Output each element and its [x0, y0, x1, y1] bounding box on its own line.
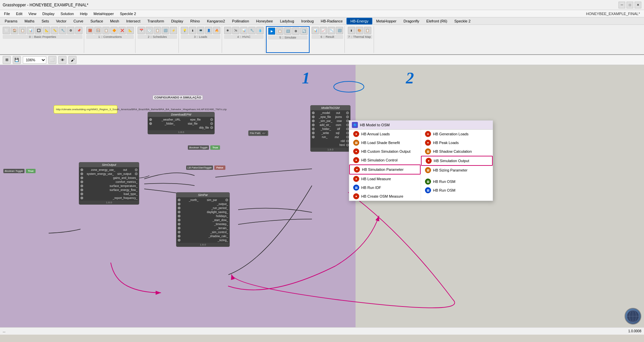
tb-icon-0-5[interactable]: 📐 [43, 27, 50, 34]
tb-icon-3-3[interactable]: 👤 [205, 27, 212, 34]
dropdown-item-create-osm-measure[interactable]: ● HB Create OSM Measure [349, 192, 421, 201]
tab-ladybug[interactable]: Ladybug [277, 18, 298, 24]
port-run-period[interactable] [178, 207, 180, 209]
tb-icon-6-0[interactable]: 📊 [312, 27, 319, 34]
dropdown-item-sim-output[interactable]: ● HB Simulation Output [421, 156, 493, 166]
tb-icon-2-1[interactable]: 🕐 [146, 27, 153, 34]
port-zone[interactable] [80, 168, 83, 171]
tb-icon-7-1[interactable]: 🎨 [356, 27, 363, 34]
tb-icon-0-0[interactable]: ⬜ [3, 27, 10, 34]
port-terrain[interactable] [178, 227, 180, 229]
port-folder2[interactable] [312, 128, 315, 130]
dropdown-item-peak-loads[interactable]: ● HB Peak Loads [421, 138, 493, 147]
tb-icon-0-8[interactable]: ⚙ [67, 27, 74, 34]
tb-icon-0-2[interactable]: 📋 [19, 27, 26, 34]
tab-mesh[interactable]: Mesh [107, 18, 122, 24]
tb-icon-0-9[interactable]: 📌 [75, 27, 83, 34]
tb-icon-6-2[interactable]: 📉 [328, 27, 335, 34]
st-grid-button[interactable]: ⊞ [3, 56, 11, 64]
port-out-sim[interactable] [135, 168, 138, 171]
tb-icon-4-4[interactable]: 💧 [256, 27, 264, 34]
dropdown-item-run-idf[interactable]: ▦ HB Run IDF [349, 183, 421, 192]
port-weather-url[interactable] [149, 118, 152, 121]
port-surf-temp[interactable] [80, 185, 83, 187]
port-start-dow[interactable] [178, 219, 180, 221]
port-write[interactable] [312, 132, 315, 134]
tb-icon-5-1[interactable]: 📋 [276, 27, 283, 35]
dropdown-item-shadow-calc[interactable]: ▦ HB Shadow Calculation [421, 147, 493, 156]
dropdown-item-custom-sim[interactable]: ● HB Custom Simulation Output [349, 147, 421, 156]
tb-icon-1-1[interactable]: 🪟 [94, 27, 102, 34]
st-frame-button[interactable]: ⬜ [48, 56, 56, 64]
port-simpar[interactable] [312, 120, 315, 122]
dropdown-item-run-osm-2[interactable]: ▦ HB Run OSM [421, 186, 493, 195]
tb-icon-3-0[interactable]: 💡 [181, 27, 188, 34]
dropdown-header[interactable]: 🔷 HB Model to OSM [349, 121, 493, 130]
tab-honeybee[interactable]: Honeybee [253, 18, 276, 24]
menu-display[interactable]: Display [40, 11, 57, 16]
dropdown-item-gen-loads[interactable]: ● HB Generation Loads [421, 130, 493, 138]
tb-icon-2-2[interactable]: 📋 [154, 27, 161, 34]
tb-icon-1-4[interactable]: ❌ [118, 27, 126, 34]
tb-icon-0-4[interactable]: 🔲 [35, 27, 42, 34]
tab-kangaroo2[interactable]: Kangaroo2 [204, 18, 228, 24]
tab-hb-energy[interactable]: HB-Energy [346, 18, 373, 24]
tab-params[interactable]: Params [1, 18, 21, 24]
port-ddy-file[interactable] [210, 126, 213, 129]
menu-edit[interactable]: Edit [13, 11, 25, 16]
node-download-epw[interactable]: DownloadEPW _weather_URL epw_file _folde… [148, 112, 215, 134]
tb-icon-2-0[interactable]: 📅 [138, 27, 145, 34]
tb-icon-7-0[interactable]: 🌡 [348, 27, 355, 34]
st-paint-button[interactable]: 🖌 [68, 56, 76, 64]
port-run[interactable] [312, 136, 315, 138]
node-sim-output[interactable]: SimOutput zone_energy_use_ out system_en… [79, 162, 139, 205]
port-sql[interactable] [346, 132, 349, 134]
tb-icon-3-4[interactable]: 🔥 [213, 27, 220, 34]
tb-icon-2-3[interactable]: 🔢 [162, 27, 169, 34]
dropdown-item-load-shade[interactable]: ▦ HB Load Shade Benefit [349, 138, 421, 147]
tb-icon-0-1[interactable]: 🏠 [11, 27, 18, 34]
port-html[interactable] [346, 144, 349, 146]
port-model[interactable] [312, 112, 315, 114]
tb-icon-0-7[interactable]: 🔧 [59, 27, 66, 34]
file-path-node[interactable]: File Path c:/ [248, 130, 268, 136]
tab-elefront[interactable]: Elefront (R6) [423, 18, 450, 24]
port-shadow-calc[interactable] [178, 235, 180, 237]
node-model-to-osm[interactable]: ModelToOSM _model out _epw_file jsons _s… [310, 105, 351, 152]
dropdown-item-sizing-param[interactable]: ▦ HB Sizing Parameter [421, 166, 493, 175]
minimize-button[interactable]: ─ [619, 2, 625, 8]
tb-icon-6-3[interactable]: 🔢 [336, 27, 343, 34]
port-report-freq[interactable] [80, 197, 83, 199]
tab-vector[interactable]: Vector [53, 18, 70, 24]
dropdown-item-load-measure[interactable]: ● HB Load Measure [349, 175, 421, 183]
window-controls[interactable]: ─ □ ✕ [619, 2, 641, 8]
tb-icon-1-3[interactable]: 🔶 [110, 27, 118, 34]
port-stat-file[interactable] [210, 122, 213, 125]
tab-surface[interactable]: Surface [87, 18, 106, 24]
canvas-area[interactable]: 1 2 CONFIGURANDO A SIMULAÇÃO http://clim… [0, 65, 644, 335]
tab-dragonfly[interactable]: Dragonfly [400, 18, 423, 24]
bool-toggle-1-value[interactable]: True [210, 145, 220, 150]
tb-icon-4-1[interactable]: 🌬 [232, 27, 239, 34]
tab-display[interactable]: Display [168, 18, 186, 24]
lb-false-toggle[interactable]: LB FalseStartToggle False [186, 165, 225, 170]
port-osm[interactable] [346, 124, 349, 126]
tab-intersect[interactable]: Intersect [123, 18, 144, 24]
tb-icon-1-2[interactable]: 📋 [102, 27, 110, 34]
tab-rhino[interactable]: Rhino [187, 18, 203, 24]
st-save-button[interactable]: 💾 [13, 56, 21, 64]
port-osw[interactable] [346, 120, 349, 122]
menu-help[interactable]: Help [77, 11, 90, 16]
port-sim-output[interactable] [135, 173, 138, 175]
menu-speckle2[interactable]: Speckle 2 [117, 11, 139, 16]
dropdown-item-run-osm-1[interactable]: ▦ HB Run OSM [421, 177, 493, 186]
port-zsz[interactable] [346, 136, 349, 138]
port-gains[interactable] [80, 177, 83, 179]
dropdown-menu[interactable]: 🔷 HB Model to OSM ● HB Annual Loads ▦ HB… [349, 120, 493, 201]
dropdown-item-sim-param[interactable]: ● HB Simulation Parameter [349, 164, 421, 175]
port-jsons[interactable] [346, 116, 349, 118]
port-idf[interactable] [346, 128, 349, 130]
port-out[interactable] [346, 112, 349, 114]
menu-view[interactable]: View [26, 11, 39, 16]
tb-icon-1-0[interactable]: 🧱 [86, 27, 94, 34]
